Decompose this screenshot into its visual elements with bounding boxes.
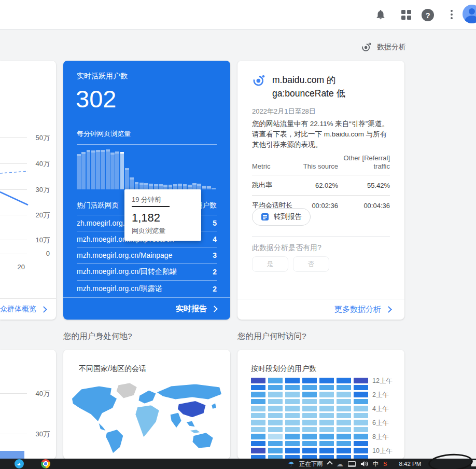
heatmap-cell[interactable] [319,420,334,425]
heatmap-cell[interactable] [302,427,317,433]
pageviews-bar[interactable] [207,186,211,189]
hot-page-row[interactable]: mzh.moegirl.org.cn/回转企鹅罐2 [77,264,217,281]
heatmap-cell[interactable] [251,406,265,411]
heatmap-cell[interactable] [302,406,317,411]
pageviews-bar[interactable] [106,149,110,189]
heatmap-cell[interactable] [302,399,317,405]
heatmap-cell[interactable] [354,399,368,405]
pageviews-bar[interactable] [163,185,167,189]
heatmap-cell[interactable] [285,378,300,383]
pageviews-bar[interactable] [178,184,182,189]
feedback-yes-button[interactable]: 是 [252,256,288,272]
heatmap-cell[interactable] [337,406,351,411]
heatmap-cell[interactable] [302,441,317,447]
heatmap-cell[interactable] [268,385,283,391]
heatmap-cell[interactable] [354,434,368,439]
heatmap-cell[interactable] [302,434,317,439]
heatmap-cell[interactable] [354,413,368,419]
heatmap-cell[interactable] [251,434,265,439]
pageviews-bar[interactable] [135,182,139,189]
heatmap-cell[interactable] [337,434,351,439]
heatmap-cell[interactable] [285,406,300,411]
heatmap-cell[interactable] [302,392,317,397]
pageviews-bar[interactable] [125,168,129,189]
heatmap-cell[interactable] [319,434,334,439]
touch-keyboard-icon[interactable] [348,461,356,467]
heatmap-cell[interactable] [319,378,334,383]
heatmap-cell[interactable] [285,399,300,405]
pageviews-bar[interactable] [91,150,95,189]
heatmap-cell[interactable] [319,413,334,419]
feedback-no-button[interactable]: 否 [293,256,329,272]
heatmap-cell[interactable] [251,399,265,405]
pageviews-bar[interactable] [77,154,81,189]
heatmap-cell[interactable] [354,420,368,425]
pageviews-bar[interactable] [87,150,91,189]
pageviews-bar[interactable] [110,153,115,189]
heatmap-cell[interactable] [354,406,368,411]
tray-chevron-up-icon[interactable] [327,461,332,466]
weather-text[interactable]: 正在下雨 [299,460,323,468]
apps-grid-icon[interactable] [399,8,413,21]
heatmap-cell[interactable] [354,378,368,383]
heatmap-cell[interactable] [319,406,334,411]
heatmap-cell[interactable] [268,420,283,425]
heatmap-cell[interactable] [268,413,283,419]
heatmap-cell[interactable] [319,399,334,405]
more-options-icon[interactable] [445,8,458,21]
heatmap-cell[interactable] [251,385,265,391]
more-insights-link[interactable]: 更多数据分析 [237,299,404,320]
heatmap-cell[interactable] [337,392,351,397]
pageviews-bar[interactable] [197,184,201,189]
heatmap-cell[interactable] [251,378,265,383]
pageviews-bar[interactable] [149,184,153,189]
heatmap-cell[interactable] [354,392,368,397]
heatmap-cell[interactable] [268,427,283,433]
heatmap-cell[interactable] [285,420,300,425]
heatmap-cell[interactable] [268,378,283,383]
heatmap-cell[interactable] [251,427,265,433]
heatmap-cell[interactable] [251,420,265,425]
heatmap-cell[interactable] [319,448,334,453]
pageviews-bar[interactable] [101,150,105,189]
pageviews-bar[interactable] [212,188,216,189]
cloud-sync-icon[interactable]: ☁ [337,461,343,467]
pageviews-bar[interactable] [202,186,206,189]
heatmap-cell[interactable] [268,448,283,453]
heatmap-cell[interactable] [302,413,317,419]
pageviews-bar[interactable] [183,184,187,189]
heatmap-cell[interactable] [319,392,334,397]
pageviews-bar[interactable] [144,183,148,189]
heatmap-cell[interactable] [319,441,334,447]
heatmap-cell[interactable] [285,448,300,453]
heatmap-cell[interactable] [268,392,283,397]
heatmap-cell[interactable] [337,420,351,425]
heatmap-cell[interactable] [302,420,317,425]
pageviews-bar[interactable] [120,152,124,189]
heatmap-cell[interactable] [268,434,283,439]
heatmap-cell[interactable] [337,413,351,419]
ime-indicator[interactable]: 中 [373,460,379,468]
heatmap-cell[interactable] [319,385,334,391]
heatmap-cell[interactable] [268,399,283,405]
pageviews-bar[interactable] [154,184,158,189]
pageviews-bar[interactable] [188,185,192,189]
heatmap-cell[interactable] [354,441,368,447]
audience-report-link[interactable]: 众群体概览 [0,298,56,320]
sogou-icon[interactable]: S [383,460,387,468]
heatmap-cell[interactable] [337,385,351,391]
pageviews-bar[interactable] [169,185,173,189]
heatmap-cell[interactable] [285,434,300,439]
heatmap-cell[interactable] [337,378,351,383]
go-to-report-button[interactable]: 转到报告 [252,208,311,226]
hot-page-row[interactable]: mzh.moegirl.org.cn/Mainpage3 [77,247,217,264]
heatmap-cell[interactable] [268,406,283,411]
pageviews-bar[interactable] [159,184,163,189]
heatmap-cell[interactable] [268,441,283,447]
heatmap-cell[interactable] [337,441,351,447]
realtime-report-link[interactable]: 实时报告 [63,297,230,320]
pageviews-bar[interactable] [139,183,144,189]
pageviews-bar[interactable] [96,150,100,189]
taskbar-clock[interactable]: 8:42 PM [399,461,421,467]
pageviews-bar[interactable] [130,177,134,189]
